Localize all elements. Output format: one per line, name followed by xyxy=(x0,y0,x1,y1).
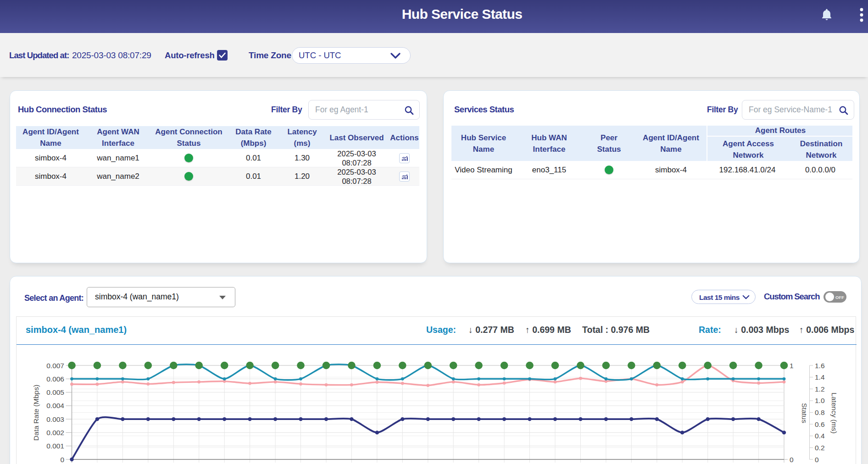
svg-text:Status: Status xyxy=(801,403,808,423)
svg-text:0: 0 xyxy=(815,456,819,464)
svg-text:0.004: 0.004 xyxy=(46,402,64,409)
svg-text:1: 1 xyxy=(790,362,794,370)
svg-text:0.006: 0.006 xyxy=(46,375,64,383)
svg-text:0: 0 xyxy=(790,456,794,464)
svg-text:Data Rate (Mbps): Data Rate (Mbps) xyxy=(32,385,40,441)
svg-text:0.007: 0.007 xyxy=(46,362,64,370)
svg-text:0.003: 0.003 xyxy=(46,415,64,423)
svg-text:0.005: 0.005 xyxy=(46,388,64,396)
svg-text:0.2: 0.2 xyxy=(815,444,825,452)
svg-text:0.6: 0.6 xyxy=(815,420,825,428)
svg-text:0: 0 xyxy=(60,456,64,464)
svg-text:0.002: 0.002 xyxy=(46,429,64,436)
svg-text:1.2: 1.2 xyxy=(815,385,825,393)
svg-text:Latency (ms): Latency (ms) xyxy=(830,392,838,434)
svg-text:1.0: 1.0 xyxy=(815,397,825,404)
svg-text:0.8: 0.8 xyxy=(815,409,825,416)
svg-text:1.6: 1.6 xyxy=(815,362,825,370)
svg-text:0.4: 0.4 xyxy=(815,432,825,440)
svg-text:0.001: 0.001 xyxy=(46,442,64,450)
svg-text:1.4: 1.4 xyxy=(815,373,825,381)
